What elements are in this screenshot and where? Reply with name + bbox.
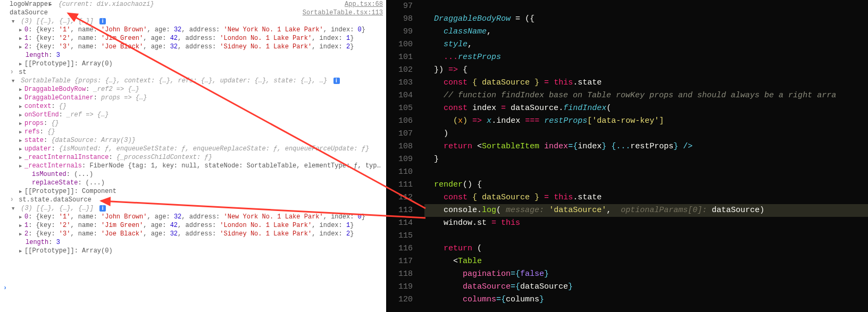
label: st.state.dataSource bbox=[19, 196, 91, 204]
collapse-icon[interactable] bbox=[12, 205, 17, 212]
sortable-prop-row[interactable]: state: {dataSource: Array(3)} bbox=[0, 136, 386, 145]
sortable-prop-row[interactable]: props: {} bbox=[0, 119, 386, 128]
expand-icon[interactable] bbox=[19, 162, 24, 170]
collapse-icon[interactable] bbox=[12, 18, 17, 25]
gutter-line-number: 116 bbox=[386, 242, 413, 255]
sortable-prop-row[interactable]: updater: {isMounted: ƒ, enqueueSetState:… bbox=[0, 145, 386, 153]
gutter-line-number: 119 bbox=[386, 281, 413, 293]
sortable-prop-row[interactable]: refs: {} bbox=[0, 128, 386, 136]
chevron-icon bbox=[10, 196, 15, 204]
sortable-tail-row[interactable]: isMounted: (...) bbox=[0, 170, 386, 179]
console-row-logowrapper[interactable]: logoWrapper {current: div.xiaochaozi} Ap… bbox=[0, 0, 386, 9]
array-length-row-2: length: 3 bbox=[0, 238, 386, 247]
gutter-line-number: 100 bbox=[386, 38, 413, 51]
array-item-row[interactable]: 1: {key: '2', name: 'Jim Green', age: 42… bbox=[0, 221, 386, 230]
gutter-line-number: 111 bbox=[386, 179, 413, 191]
label: dataSource bbox=[10, 9, 48, 16]
expand-icon[interactable] bbox=[19, 111, 24, 119]
console-row-datasource[interactable]: dataSource SortableTable.tsx:113 bbox=[0, 9, 386, 17]
gutter-line-number: 109 bbox=[386, 153, 413, 166]
expand-icon[interactable] bbox=[19, 120, 24, 127]
expand-icon[interactable] bbox=[19, 137, 24, 144]
gutter-line-number: 101 bbox=[386, 51, 413, 64]
editor-gutter: 9798991001011021031041051061071081091101… bbox=[386, 0, 418, 306]
gutter-line-number: 103 bbox=[386, 77, 413, 89]
chevron-icon bbox=[10, 69, 15, 76]
gutter-line-number: 97 bbox=[386, 0, 413, 13]
gutter-line-number: 110 bbox=[386, 166, 413, 179]
array-item-row[interactable]: 2: {key: '3', name: 'Joe Black', age: 32… bbox=[0, 230, 386, 238]
gutter-line-number: 98 bbox=[386, 13, 413, 26]
console-row-ststate[interactable]: st.state.dataSource bbox=[0, 196, 386, 204]
code-editor-panel[interactable]: 9798991001011021031041051061071081091101… bbox=[386, 0, 868, 312]
gutter-line-number: 115 bbox=[386, 230, 413, 242]
array-item-row[interactable]: 1: {key: '2', name: 'Jim Green', age: 42… bbox=[0, 34, 386, 43]
expand-icon[interactable] bbox=[19, 86, 24, 93]
devtools-console-panel[interactable]: logoWrapper {current: div.xiaochaozi} Ap… bbox=[0, 0, 386, 312]
sortable-header-row[interactable]: SortableTable {props: {…}, context: {…},… bbox=[0, 77, 386, 85]
expand-icon[interactable] bbox=[19, 154, 24, 161]
array-item-row[interactable]: 0: {key: '1', name: 'John Brown', age: 3… bbox=[0, 213, 386, 221]
sortable-tail-row[interactable]: replaceState: (...) bbox=[0, 179, 386, 187]
gutter-line-number: 118 bbox=[386, 268, 413, 281]
sortable-prop-row[interactable]: DraggableContainer: props => {…} bbox=[0, 94, 386, 102]
expand-icon[interactable] bbox=[19, 145, 24, 153]
sortable-proto-row[interactable]: [[Prototype]]: Component bbox=[0, 187, 386, 196]
console-prompt-icon[interactable]: › bbox=[3, 284, 7, 292]
console-row-st[interactable]: st bbox=[0, 68, 386, 77]
expand-icon[interactable] bbox=[19, 43, 24, 50]
array-header-row-2[interactable]: (3) [{…}, {…}, {…}] bbox=[0, 204, 386, 213]
array-length-row: length: 3 bbox=[0, 51, 386, 60]
expand-icon[interactable] bbox=[19, 213, 24, 221]
expand-icon[interactable] bbox=[19, 188, 24, 195]
gutter-line-number: 113 bbox=[386, 204, 413, 217]
expand-icon[interactable] bbox=[19, 94, 24, 102]
preview: SortableTable {props: {…}, context: {…},… bbox=[21, 77, 327, 85]
array-header-row[interactable]: (3) [{…}, {…}, {…}] bbox=[0, 17, 386, 26]
gutter-line-number: 112 bbox=[386, 191, 413, 204]
expand-icon[interactable] bbox=[19, 35, 24, 42]
preview: {current: div.xiaochaozi} bbox=[59, 1, 154, 8]
gutter-line-number: 117 bbox=[386, 255, 413, 268]
source-link[interactable]: SortableTable.tsx:113 bbox=[303, 9, 383, 16]
expand-icon[interactable] bbox=[19, 103, 24, 110]
gutter-line-number: 106 bbox=[386, 115, 413, 128]
gutter-line-number: 105 bbox=[386, 102, 413, 115]
gutter-line-number: 102 bbox=[386, 64, 413, 77]
gutter-line-number: 114 bbox=[386, 217, 413, 230]
array-proto-row[interactable]: [[Prototype]]: Array(0) bbox=[0, 60, 386, 68]
gutter-line-number: 104 bbox=[386, 89, 413, 102]
gutter-line-number: 107 bbox=[386, 128, 413, 140]
expand-icon[interactable] bbox=[19, 128, 24, 136]
sortable-prop-row[interactable]: _reactInternalInstance: {_processChildCo… bbox=[0, 153, 386, 162]
array-preview: (3) [{…}, {…}, {…}] bbox=[21, 18, 94, 25]
sortable-prop-row[interactable]: onSortEnd: _ref => {…} bbox=[0, 111, 386, 119]
sortable-prop-row[interactable]: context: {} bbox=[0, 102, 386, 111]
array-preview: (3) [{…}, {…}, {…}] bbox=[21, 205, 94, 212]
editor-highlighted-line: console.log( message: 'dataSource', opti… bbox=[424, 204, 868, 217]
info-icon[interactable] bbox=[333, 78, 340, 84]
array-item-row[interactable]: 0: {key: '1', name: 'John Brown', age: 3… bbox=[0, 26, 386, 34]
array-item-row[interactable]: 2: {key: '3', name: 'Joe Black', age: 32… bbox=[0, 43, 386, 51]
info-icon[interactable] bbox=[99, 205, 106, 212]
expand-icon[interactable] bbox=[49, 1, 54, 8]
expand-icon[interactable] bbox=[19, 222, 24, 229]
gutter-line-number: 108 bbox=[386, 140, 413, 153]
sortable-prop-row[interactable]: DraggableBodyRow: _ref2 => {…} bbox=[0, 85, 386, 94]
gutter-line-number: 120 bbox=[386, 293, 413, 306]
label: logoWrapper bbox=[10, 1, 52, 8]
editor-code[interactable]: DraggableBodyRow = ({ className, style, … bbox=[424, 0, 868, 306]
info-icon[interactable] bbox=[99, 18, 106, 24]
label: st bbox=[19, 69, 26, 76]
expand-icon[interactable] bbox=[19, 26, 24, 33]
react-internals-row[interactable]: _reactInternals: FiberNode {tag: 1, key:… bbox=[0, 162, 386, 170]
source-link[interactable]: App.tsx:68 bbox=[345, 1, 383, 8]
array-proto-row-2[interactable]: [[Prototype]]: Array(0) bbox=[0, 247, 386, 255]
expand-icon[interactable] bbox=[19, 247, 24, 255]
expand-icon[interactable] bbox=[19, 230, 24, 238]
collapse-icon[interactable] bbox=[12, 77, 17, 85]
expand-icon[interactable] bbox=[19, 60, 24, 68]
gutter-line-number: 99 bbox=[386, 26, 413, 38]
